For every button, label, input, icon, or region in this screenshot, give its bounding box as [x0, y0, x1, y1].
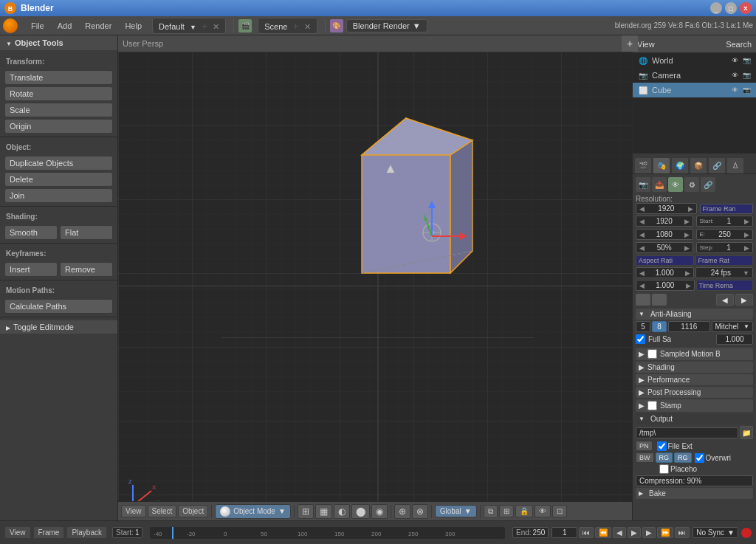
- rotate-button[interactable]: Rotate: [4, 86, 113, 101]
- render-preview-button[interactable]: ▦: [315, 504, 332, 519]
- menu-file[interactable]: File: [25, 20, 50, 32]
- timeline-playback-btn[interactable]: Playback: [66, 526, 107, 539]
- tab-world[interactable]: 🌍: [671, 157, 689, 173]
- viewport-3d[interactable]: User Persp +: [118, 35, 638, 520]
- placeholder-checkbox[interactable]: [659, 464, 669, 474]
- duplicate-button[interactable]: Duplicate Objects: [4, 156, 113, 171]
- minimize-button[interactable]: _: [710, 2, 722, 14]
- extra-btn-2[interactable]: ⊞: [499, 505, 514, 517]
- aspect-y-value[interactable]: 1.000: [645, 281, 686, 289]
- step-value[interactable]: 1: [713, 244, 744, 252]
- insert-button[interactable]: Insert: [4, 262, 58, 277]
- timeline-frame-btn[interactable]: Frame: [33, 526, 65, 539]
- rg-button-2[interactable]: RG: [674, 452, 692, 463]
- flat-button[interactable]: Flat: [60, 225, 113, 240]
- aa-val3[interactable]: 1116: [668, 321, 710, 332]
- world-eye-icon[interactable]: 👁: [729, 55, 740, 66]
- jump-end-btn[interactable]: ⏭: [675, 527, 690, 538]
- outliner-search-btn[interactable]: Search: [726, 40, 752, 49]
- render-prop-icon[interactable]: 📷: [636, 177, 650, 192]
- translate-button[interactable]: Translate: [4, 70, 113, 85]
- remove-button[interactable]: Remove: [60, 262, 113, 277]
- material-button[interactable]: ◉: [371, 504, 388, 519]
- menu-render[interactable]: Render: [79, 20, 117, 32]
- join-button[interactable]: Join: [4, 188, 113, 203]
- extra-btn-5[interactable]: ⊡: [552, 505, 567, 517]
- stamp-checkbox[interactable]: [647, 401, 657, 410]
- record-button[interactable]: [741, 528, 752, 538]
- percent-value[interactable]: 50%: [645, 244, 684, 252]
- extra-btn-3[interactable]: 🔒: [515, 505, 533, 517]
- color-btn-1[interactable]: [636, 294, 650, 306]
- transform-orientation-selector[interactable]: Global ▼: [435, 505, 477, 517]
- viewport-corner-button[interactable]: +: [622, 35, 638, 52]
- aa-val1[interactable]: 5: [636, 321, 650, 332]
- bake-section[interactable]: Bake: [636, 488, 753, 499]
- maximize-button[interactable]: □: [725, 2, 737, 14]
- texture-button[interactable]: ⬤: [351, 504, 370, 519]
- output-prop-icon[interactable]: 📤: [652, 177, 667, 192]
- extra-btn-1[interactable]: ⧉: [484, 505, 498, 518]
- browse-path-button[interactable]: 📁: [740, 426, 753, 439]
- timeline-bar[interactable]: -40 -20 0 50 100 150 200 250 300: [150, 527, 505, 539]
- prev-frame-btn[interactable]: ◀: [716, 294, 734, 306]
- fps-value[interactable]: 24 fps: [699, 269, 743, 277]
- close-button[interactable]: ×: [740, 2, 752, 14]
- sampled-motion-section[interactable]: ▶ Sampled Motion B: [636, 348, 753, 360]
- width-value[interactable]: 1920: [645, 217, 684, 225]
- menu-add[interactable]: Add: [52, 20, 78, 32]
- aa-filter[interactable]: Mitchel ▼: [712, 321, 754, 332]
- origin-button[interactable]: Origin: [4, 119, 113, 134]
- select-menu-button[interactable]: Select: [148, 505, 177, 517]
- pn-button[interactable]: PN: [636, 441, 653, 451]
- shading-section[interactable]: ▶ Shading: [636, 362, 753, 373]
- performance-section[interactable]: ▶ Performance: [636, 374, 753, 385]
- object-menu-button[interactable]: Object: [178, 505, 208, 517]
- view-menu-button[interactable]: View: [121, 505, 146, 517]
- outliner-item-world[interactable]: 🌐 World 👁 📷: [633, 53, 756, 68]
- engine-selector[interactable]: Blender Render ▼: [346, 19, 427, 32]
- camera-render-icon[interactable]: 📷: [741, 70, 752, 80]
- workspace-selector[interactable]: Default ▼ + ✕: [152, 18, 226, 34]
- output-section[interactable]: Output: [636, 413, 753, 424]
- tab-object[interactable]: 📦: [690, 157, 707, 173]
- post-processing-section[interactable]: ▶ Post Processing: [636, 387, 753, 398]
- overwrite-checkbox[interactable]: [695, 453, 704, 463]
- full-sa-checkbox[interactable]: [636, 334, 645, 344]
- aspect-x-value[interactable]: 1.000: [645, 269, 685, 277]
- full-sa-value[interactable]: 1.000: [716, 334, 753, 345]
- compression-value[interactable]: Compression: 90%: [636, 475, 753, 486]
- cube-render-icon[interactable]: 📷: [741, 85, 752, 95]
- prev-frame-btn-tl[interactable]: ◀: [613, 527, 626, 538]
- world-render-icon[interactable]: 📷: [741, 55, 752, 66]
- end-frame-value[interactable]: 250: [705, 230, 744, 238]
- jump-start-btn[interactable]: ⏮: [579, 527, 594, 538]
- view-all-button[interactable]: ⊞: [298, 504, 314, 519]
- rg-button-1[interactable]: RG: [656, 452, 673, 463]
- sampled-checkbox[interactable]: [647, 349, 657, 359]
- extra-btn-4[interactable]: 👁: [535, 505, 551, 517]
- prev-key-btn[interactable]: ⏪: [595, 527, 611, 538]
- output-path[interactable]: /tmp\: [636, 427, 738, 438]
- tab-data[interactable]: Δ: [726, 157, 744, 173]
- smooth-button[interactable]: Smooth: [4, 225, 58, 240]
- resolution-width[interactable]: 1920: [646, 204, 687, 213]
- play-btn[interactable]: ▶: [628, 527, 641, 538]
- extra-prop-icon[interactable]: ⚙: [684, 177, 699, 192]
- next-frame-btn[interactable]: ▶: [735, 294, 753, 306]
- height-value[interactable]: 1080: [645, 230, 684, 238]
- next-frame-btn-tl[interactable]: ▶: [642, 527, 656, 538]
- file-ext-checkbox[interactable]: [657, 441, 667, 451]
- viewport-shading-button[interactable]: ◐: [334, 504, 350, 519]
- outliner-item-camera[interactable]: 📷 Camera 👁 📷: [633, 68, 756, 83]
- color-btn-2[interactable]: [652, 294, 667, 306]
- timeline-start-value[interactable]: 1: [135, 528, 140, 537]
- outliner-view-btn[interactable]: View: [637, 40, 655, 49]
- view-prop-icon[interactable]: 👁: [668, 177, 683, 192]
- sync-selector[interactable]: No Sync ▼: [693, 527, 738, 538]
- calculate-paths-button[interactable]: Calculate Paths: [4, 299, 113, 314]
- tab-constraint[interactable]: 🔗: [708, 157, 726, 173]
- mode-selector[interactable]: Object Mode ▼: [215, 504, 291, 519]
- bw-button[interactable]: BW: [636, 452, 654, 463]
- menu-help[interactable]: Help: [119, 20, 148, 32]
